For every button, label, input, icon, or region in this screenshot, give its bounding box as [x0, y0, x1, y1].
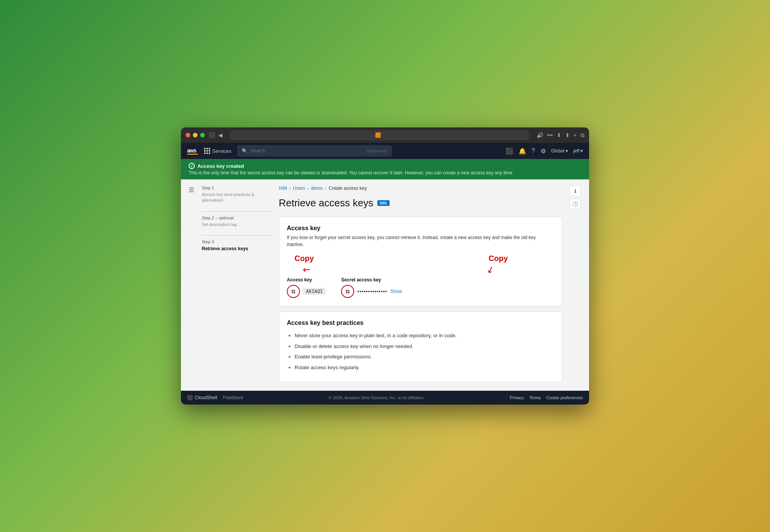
step2-link[interactable]: Set description tag	[202, 222, 271, 228]
show-secret-key-link[interactable]: Show	[390, 289, 402, 294]
services-menu[interactable]: Services	[204, 148, 231, 154]
terms-link[interactable]: Terms	[529, 395, 541, 400]
title-bar: ⬛ ◀ 🔊 ••• ⬇ ⬆ + ⧉	[181, 127, 589, 143]
settings-icon[interactable]: ⚙	[541, 147, 546, 155]
region-chevron: ▾	[566, 148, 568, 154]
back-icon[interactable]: ◀	[218, 132, 223, 138]
key-fields: Access key ⧉ AKIAQI	[287, 277, 554, 298]
tabs-icon[interactable]: ⧉	[581, 132, 584, 139]
aws-logo-text: aws	[187, 147, 198, 154]
nav-controls: ⬛ ◀	[209, 132, 223, 138]
copy-icon: ⧉	[291, 288, 295, 295]
maximize-button[interactable]	[200, 133, 205, 137]
access-key-copy-button[interactable]: ⧉	[287, 285, 300, 298]
side-info-button[interactable]: ℹ	[570, 186, 581, 196]
banner-title: ✓ Access key created	[189, 163, 581, 169]
breadcrumb-demo[interactable]: demo	[311, 186, 323, 191]
aws-logo[interactable]: aws	[187, 147, 198, 155]
side-buttons: ℹ 🕐	[570, 186, 581, 209]
sidebar-toggle-icon[interactable]: ⬛	[209, 132, 215, 138]
breadcrumb-sep-2: ›	[307, 186, 309, 191]
cloudshell-footer-icon: ⬛	[187, 395, 193, 400]
user-label: jeff	[573, 148, 579, 154]
close-button[interactable]	[186, 133, 190, 137]
aws-navbar: aws Services 🔍 [Option+S] ⬛ 🔔 ? ⚙ Global	[181, 143, 589, 159]
best-practices-list: Never store your access key in plain tex…	[287, 332, 554, 371]
copy-left-label: Copy	[295, 254, 314, 263]
breadcrumb-iam[interactable]: IAM	[279, 186, 287, 191]
bp-item-2: Disable or delete access key when no lon…	[295, 343, 554, 350]
key-fields-wrapper: Copy ↙ Copy ↙ Access key	[287, 254, 554, 298]
sidebar-step1: Step 1 Access key best practices & alter…	[202, 186, 271, 204]
cloudshell-label[interactable]: CloudShell	[195, 395, 217, 400]
volume-icon[interactable]: 🔊	[537, 132, 543, 138]
access-key-field: Access key ⧉ AKIAQI	[287, 277, 326, 298]
step3-link[interactable]: Retrieve access keys	[202, 246, 271, 252]
secret-key-masked: ••••••••••••••	[357, 289, 387, 294]
secret-key-copy-button[interactable]: ⧉	[341, 285, 354, 298]
hamburger-icon[interactable]: ☰	[189, 186, 194, 194]
page-content: IAM › Users › demo › Create access key R…	[279, 186, 562, 385]
aws-logo-bar	[187, 154, 198, 155]
step-divider-2	[202, 235, 271, 236]
content-area: ✓ Access key created This is the only ti…	[181, 159, 589, 405]
search-shortcut: [Option+S]	[367, 149, 387, 153]
favicon	[375, 132, 381, 138]
breadcrumb-sep-1: ›	[289, 186, 291, 191]
browser-window: ⬛ ◀ 🔊 ••• ⬇ ⬆ + ⧉ aws	[181, 127, 589, 405]
best-practices-title: Access key best practices	[287, 320, 554, 326]
breadcrumb-users[interactable]: Users	[293, 186, 305, 191]
cookie-link[interactable]: Cookie preferences	[546, 395, 583, 400]
best-practices-card: Access key best practices Never store yo…	[279, 311, 562, 382]
privacy-link[interactable]: Privacy	[510, 395, 524, 400]
menu-toggle[interactable]: ☰	[189, 186, 194, 385]
banner-title-text: Access key created	[198, 163, 244, 169]
nav-right: ⬛ 🔔 ? ⚙ Global ▾ jeff ▾	[506, 147, 583, 155]
arrow-right-icon: ↙	[485, 263, 496, 276]
sidebar-step3: Step 3 Retrieve access keys	[202, 239, 271, 252]
step3-label: Step 3	[202, 239, 271, 244]
info-badge[interactable]: Info	[377, 200, 390, 206]
grid-icon	[204, 148, 210, 154]
download-icon[interactable]: ⬇	[557, 132, 561, 138]
banner-message: This is the only time that the secret ac…	[189, 170, 581, 176]
new-tab-icon[interactable]: +	[574, 132, 577, 138]
side-panel: ℹ 🕐	[570, 186, 581, 385]
search-bar[interactable]: 🔍 [Option+S]	[238, 146, 392, 156]
breadcrumb-current: Create access key	[329, 186, 367, 191]
services-label: Services	[212, 148, 231, 154]
main-wrapper: ☰ Step 1 Access key best practices & alt…	[181, 179, 589, 391]
access-key-value: AKIAQI	[303, 288, 326, 295]
bp-item-4: Rotate access keys regularly.	[295, 364, 554, 371]
minimize-button[interactable]	[193, 133, 198, 137]
breadcrumb: IAM › Users › demo › Create access key	[279, 186, 562, 191]
search-input[interactable]	[251, 148, 364, 154]
address-bar[interactable]	[230, 130, 529, 140]
copy-right-label: Copy	[489, 254, 508, 263]
search-icon: 🔍	[242, 148, 248, 154]
help-icon[interactable]: ?	[532, 147, 535, 154]
step2-label: Step 2 – optional	[202, 216, 271, 220]
cloudshell-icon[interactable]: ⬛	[506, 147, 513, 155]
region-label: Global	[551, 148, 565, 154]
sidebar-step2: Step 2 – optional Set description tag	[202, 216, 271, 228]
region-selector[interactable]: Global ▾	[551, 148, 568, 154]
bell-icon[interactable]: 🔔	[519, 147, 526, 155]
access-key-card: Access key If you lose or forget your se…	[279, 217, 562, 306]
side-history-button[interactable]: 🕐	[570, 199, 581, 209]
step1-link[interactable]: Access key best practices & alternatives	[202, 192, 271, 204]
ellipsis-icon[interactable]: •••	[547, 132, 553, 138]
user-menu[interactable]: jeff ▾	[573, 148, 583, 154]
sidebar: Step 1 Access key best practices & alter…	[202, 186, 271, 385]
secret-key-label: Secret access key	[341, 277, 402, 283]
page-title-row: Retrieve access keys Info	[279, 197, 562, 209]
access-key-row: ⧉ AKIAQI	[287, 285, 326, 298]
share-icon[interactable]: ⬆	[565, 132, 570, 138]
access-key-card-title: Access key	[287, 225, 554, 232]
footer: ⬛ CloudShell Feedback © 2024, Amazon Web…	[181, 391, 589, 405]
breadcrumb-sep-3: ›	[325, 186, 326, 191]
feedback-label[interactable]: Feedback	[223, 395, 243, 400]
footer-right: Privacy Terms Cookie preferences	[510, 395, 583, 400]
copy-icon-secret: ⧉	[346, 288, 350, 295]
step1-label: Step 1	[202, 186, 271, 190]
